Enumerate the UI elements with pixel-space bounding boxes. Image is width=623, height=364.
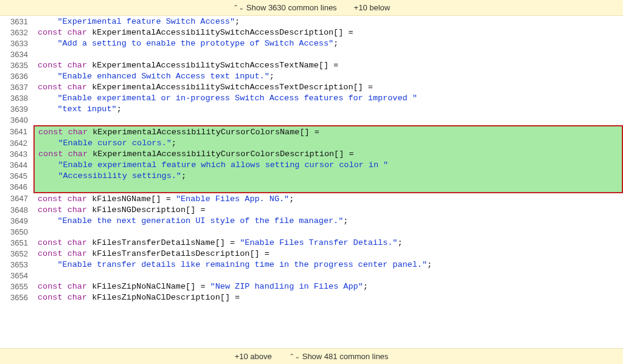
code-line: 3647const char kFilesNGName[] = "Enable … <box>0 193 622 204</box>
source-line[interactable] <box>34 270 622 281</box>
line-number: 3652 <box>0 248 34 259</box>
source-line[interactable]: const char kFilesZipNoNaClDescription[] … <box>34 292 622 303</box>
source-line[interactable]: "Enable transfer details like remaining … <box>34 259 622 270</box>
line-number: 3633 <box>0 38 34 49</box>
source-line[interactable]: "Enable experimental feature which allow… <box>34 159 622 170</box>
source-line[interactable]: const char kFilesNGName[] = "Enable File… <box>34 193 622 204</box>
line-number: 3640 <box>0 114 34 126</box>
code-line: 3650 <box>0 226 622 237</box>
line-number: 3635 <box>0 60 34 70</box>
line-number: 3638 <box>0 92 34 103</box>
line-number: 3642 <box>0 137 34 148</box>
show-common-lines-top[interactable]: Show 3630 common lines <box>246 3 337 12</box>
line-number: 3644 <box>0 159 34 170</box>
line-number: 3650 <box>0 226 34 237</box>
source-line[interactable]: const char kExperimentalAccessibilitySwi… <box>34 60 622 70</box>
line-number: 3648 <box>0 204 34 215</box>
line-number: 3651 <box>0 237 34 248</box>
code-line: 3638 "Enable experimental or in-progress… <box>0 92 622 103</box>
source-line[interactable]: "Experimental feature Switch Access"; <box>34 16 622 27</box>
show-more-above[interactable]: +10 above <box>235 352 272 361</box>
line-number: 3647 <box>0 193 34 204</box>
code-line: 3652const char kFilesTransferDetailsDesc… <box>0 248 622 259</box>
code-line: 3645 "Accessibility settings."; <box>0 170 622 181</box>
code-line: 3648const char kFilesNGDescription[] = <box>0 204 622 215</box>
source-line[interactable]: "Accessibility settings."; <box>34 170 622 181</box>
code-line: 3635const char kExperimentalAccessibilit… <box>0 60 622 70</box>
line-number: 3654 <box>0 270 34 281</box>
code-line: 3654 <box>0 270 622 281</box>
source-line[interactable]: "Enable enhanced Switch Access text inpu… <box>34 70 622 81</box>
line-number: 3637 <box>0 81 34 92</box>
code-line: 3641const char kExperimentalAccessibilit… <box>0 126 622 137</box>
line-number: 3655 <box>0 281 34 292</box>
diff-context-bar-top[interactable]: ⌃⌄Show 3630 common lines+10 below <box>0 0 623 16</box>
line-number: 3646 <box>0 181 34 193</box>
show-more-below[interactable]: +10 below <box>354 3 391 12</box>
source-line[interactable] <box>34 226 622 237</box>
code-line: 3639 "text input"; <box>0 103 622 114</box>
line-number: 3631 <box>0 16 34 27</box>
code-line: 3646 <box>0 181 622 193</box>
line-number: 3653 <box>0 259 34 270</box>
source-line[interactable]: const char kFilesTransferDetailsDescript… <box>34 248 622 259</box>
line-number: 3656 <box>0 292 34 303</box>
code-line: 3651const char kFilesTransferDetailsName… <box>0 237 622 248</box>
code-line: 3644 "Enable experimental feature which … <box>0 159 622 170</box>
source-line[interactable]: const char kFilesZipNoNaClName[] = "New … <box>34 281 622 292</box>
source-line[interactable] <box>34 114 622 126</box>
line-number: 3641 <box>0 126 34 137</box>
diff-context-bar-bottom[interactable]: +10 above⌃⌄Show 481 common lines <box>0 348 623 364</box>
source-line[interactable]: const char kExperimentalAccessibilityCur… <box>34 148 622 159</box>
expand-icon: ⌃⌄ <box>289 349 300 364</box>
code-line: 3656const char kFilesZipNoNaClDescriptio… <box>0 292 622 303</box>
line-number: 3643 <box>0 148 34 159</box>
line-number: 3632 <box>0 27 34 38</box>
line-number: 3649 <box>0 215 34 226</box>
code-line: 3636 "Enable enhanced Switch Access text… <box>0 70 622 81</box>
code-line: 3642 "Enable cursor colors."; <box>0 137 622 148</box>
code-line: 3637const char kExperimentalAccessibilit… <box>0 81 622 92</box>
source-line[interactable]: "Enable cursor colors."; <box>34 137 622 148</box>
source-line[interactable]: const char kExperimentalAccessibilitySwi… <box>34 81 622 92</box>
line-number: 3645 <box>0 170 34 181</box>
source-line[interactable]: const char kExperimentalAccessibilityCur… <box>34 126 622 137</box>
code-line: 3631 "Experimental feature Switch Access… <box>0 16 622 27</box>
source-line[interactable]: const char kFilesTransferDetailsName[] =… <box>34 237 622 248</box>
source-line[interactable]: const char kFilesNGDescription[] = <box>34 204 622 215</box>
source-line[interactable] <box>34 181 622 193</box>
code-line: 3632const char kExperimentalAccessibilit… <box>0 27 622 38</box>
show-common-lines-bottom[interactable]: Show 481 common lines <box>302 352 389 361</box>
code-line: 3634 <box>0 49 622 60</box>
line-number: 3639 <box>0 103 34 114</box>
source-line[interactable]: "Enable the next generation UI style of … <box>34 215 622 226</box>
code-line: 3633 "Add a setting to enable the protot… <box>0 38 622 49</box>
source-line[interactable]: const char kExperimentalAccessibilitySwi… <box>34 27 622 38</box>
code-line: 3640 <box>0 114 622 126</box>
source-line[interactable]: "Add a setting to enable the prototype o… <box>34 38 622 49</box>
line-number: 3636 <box>0 70 34 81</box>
source-line[interactable]: "Enable experimental or in-progress Swit… <box>34 92 622 103</box>
source-line[interactable] <box>34 49 622 60</box>
expand-icon: ⌃⌄ <box>233 0 244 15</box>
code-viewport: 3631 "Experimental feature Switch Access… <box>0 16 623 348</box>
code-line: 3643const char kExperimentalAccessibilit… <box>0 148 622 159</box>
code-line: 3653 "Enable transfer details like remai… <box>0 259 622 270</box>
line-number: 3634 <box>0 49 34 60</box>
source-line[interactable]: "text input"; <box>34 103 622 114</box>
code-table: 3631 "Experimental feature Switch Access… <box>0 16 623 303</box>
code-line: 3649 "Enable the next generation UI styl… <box>0 215 622 226</box>
code-line: 3655const char kFilesZipNoNaClName[] = "… <box>0 281 622 292</box>
